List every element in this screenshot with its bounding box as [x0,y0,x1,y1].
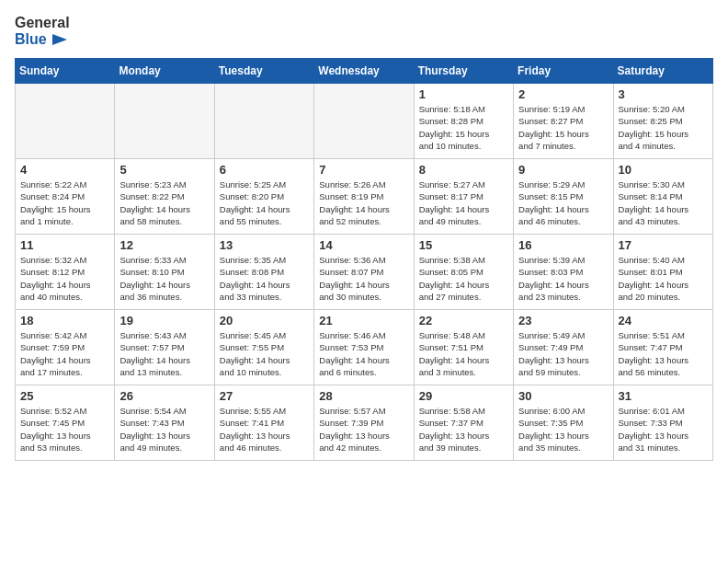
day-info: Sunrise: 5:40 AMSunset: 8:01 PMDaylight:… [619,254,708,303]
calendar-cell: 11Sunrise: 5:32 AMSunset: 8:12 PMDayligh… [16,235,115,310]
day-info: Sunrise: 5:18 AMSunset: 8:28 PMDaylight:… [419,103,508,152]
day-info: Sunrise: 5:26 AMSunset: 8:19 PMDaylight:… [319,178,408,227]
day-info: Sunrise: 5:46 AMSunset: 7:53 PMDaylight:… [319,329,408,378]
weekday-header-tuesday: Tuesday [214,59,313,84]
day-number: 29 [419,389,508,403]
day-number: 26 [119,389,209,403]
day-info: Sunrise: 5:42 AMSunset: 7:59 PMDaylight:… [20,329,109,378]
day-number: 12 [119,238,209,252]
day-number: 13 [220,238,309,252]
day-number: 24 [619,314,708,327]
day-info: Sunrise: 5:33 AMSunset: 8:10 PMDaylight:… [119,254,209,303]
day-number: 23 [518,314,608,327]
calendar-cell: 31Sunrise: 6:01 AMSunset: 7:33 PMDayligh… [613,385,712,461]
day-number: 3 [619,87,708,101]
calendar-week-row: 1Sunrise: 5:18 AMSunset: 8:28 PMDaylight… [16,84,713,159]
logo: General Blue [15,15,70,47]
calendar-table: SundayMondayTuesdayWednesdayThursdayFrid… [15,58,713,461]
calendar-cell: 10Sunrise: 5:30 AMSunset: 8:14 PMDayligh… [613,159,712,235]
calendar-week-row: 25Sunrise: 5:52 AMSunset: 7:45 PMDayligh… [16,385,713,461]
calendar-week-row: 4Sunrise: 5:22 AMSunset: 8:24 PMDaylight… [16,159,713,235]
logo-general: General [15,15,70,31]
calendar-cell: 25Sunrise: 5:52 AMSunset: 7:45 PMDayligh… [16,385,115,461]
day-info: Sunrise: 5:29 AMSunset: 8:15 PMDaylight:… [518,178,608,227]
calendar-cell: 6Sunrise: 5:25 AMSunset: 8:20 PMDaylight… [214,159,313,235]
calendar-cell: 19Sunrise: 5:43 AMSunset: 7:57 PMDayligh… [115,310,214,385]
calendar-cell: 26Sunrise: 5:54 AMSunset: 7:43 PMDayligh… [115,385,214,461]
calendar-cell: 1Sunrise: 5:18 AMSunset: 8:28 PMDaylight… [414,84,513,159]
day-number: 1 [419,87,508,101]
day-info: Sunrise: 5:35 AMSunset: 8:08 PMDaylight:… [220,254,309,303]
calendar-week-row: 18Sunrise: 5:42 AMSunset: 7:59 PMDayligh… [16,310,713,385]
calendar-cell: 7Sunrise: 5:26 AMSunset: 8:19 PMDaylight… [314,159,414,235]
weekday-header-thursday: Thursday [414,59,513,84]
calendar-cell [214,84,313,159]
logo-blue: Blue [15,31,70,48]
page-header: General Blue [15,15,713,47]
day-info: Sunrise: 5:43 AMSunset: 7:57 PMDaylight:… [119,329,209,378]
calendar-cell: 28Sunrise: 5:57 AMSunset: 7:39 PMDayligh… [314,385,414,461]
day-number: 20 [220,314,309,327]
day-number: 30 [518,389,608,403]
day-number: 9 [518,163,608,177]
day-info: Sunrise: 5:25 AMSunset: 8:20 PMDaylight:… [220,178,309,227]
calendar-cell [314,84,414,159]
day-info: Sunrise: 5:20 AMSunset: 8:25 PMDaylight:… [619,103,708,152]
calendar-week-row: 11Sunrise: 5:32 AMSunset: 8:12 PMDayligh… [16,235,713,310]
calendar-cell: 18Sunrise: 5:42 AMSunset: 7:59 PMDayligh… [16,310,115,385]
calendar-cell [16,84,115,159]
day-info: Sunrise: 6:00 AMSunset: 7:35 PMDaylight:… [518,405,608,454]
day-info: Sunrise: 5:45 AMSunset: 7:55 PMDaylight:… [220,329,309,378]
day-number: 18 [20,314,109,327]
day-number: 21 [319,314,408,327]
day-number: 5 [119,163,209,177]
day-number: 19 [119,314,209,327]
day-info: Sunrise: 5:23 AMSunset: 8:22 PMDaylight:… [119,178,209,227]
day-info: Sunrise: 5:55 AMSunset: 7:41 PMDaylight:… [220,405,309,454]
weekday-header-wednesday: Wednesday [314,59,414,84]
calendar-cell: 29Sunrise: 5:58 AMSunset: 7:37 PMDayligh… [414,385,513,461]
day-info: Sunrise: 5:48 AMSunset: 7:51 PMDaylight:… [419,329,508,378]
calendar-cell: 14Sunrise: 5:36 AMSunset: 8:07 PMDayligh… [314,235,414,310]
calendar-cell: 24Sunrise: 5:51 AMSunset: 7:47 PMDayligh… [613,310,712,385]
day-number: 16 [518,238,608,252]
weekday-header-friday: Friday [514,59,613,84]
calendar-cell: 22Sunrise: 5:48 AMSunset: 7:51 PMDayligh… [414,310,513,385]
day-info: Sunrise: 5:36 AMSunset: 8:07 PMDaylight:… [319,254,408,303]
day-info: Sunrise: 5:54 AMSunset: 7:43 PMDaylight:… [119,405,209,454]
day-number: 28 [319,389,408,403]
day-number: 8 [419,163,508,177]
calendar-cell: 2Sunrise: 5:19 AMSunset: 8:27 PMDaylight… [514,84,613,159]
calendar-cell [115,84,214,159]
svg-marker-0 [52,34,67,45]
day-info: Sunrise: 5:52 AMSunset: 7:45 PMDaylight:… [20,405,109,454]
day-number: 6 [220,163,309,177]
calendar-cell: 16Sunrise: 5:39 AMSunset: 8:03 PMDayligh… [514,235,613,310]
day-number: 14 [319,238,408,252]
logo-arrow-icon [52,34,67,45]
day-info: Sunrise: 5:38 AMSunset: 8:05 PMDaylight:… [419,254,508,303]
day-info: Sunrise: 5:30 AMSunset: 8:14 PMDaylight:… [619,178,708,227]
day-info: Sunrise: 5:51 AMSunset: 7:47 PMDaylight:… [619,329,708,378]
day-info: Sunrise: 5:32 AMSunset: 8:12 PMDaylight:… [20,254,109,303]
weekday-header-saturday: Saturday [613,59,712,84]
calendar-cell: 3Sunrise: 5:20 AMSunset: 8:25 PMDaylight… [613,84,712,159]
day-info: Sunrise: 5:27 AMSunset: 8:17 PMDaylight:… [419,178,508,227]
calendar-cell: 5Sunrise: 5:23 AMSunset: 8:22 PMDaylight… [115,159,214,235]
day-info: Sunrise: 5:22 AMSunset: 8:24 PMDaylight:… [20,178,109,227]
calendar-cell: 9Sunrise: 5:29 AMSunset: 8:15 PMDaylight… [514,159,613,235]
calendar-cell: 15Sunrise: 5:38 AMSunset: 8:05 PMDayligh… [414,235,513,310]
day-info: Sunrise: 5:49 AMSunset: 7:49 PMDaylight:… [518,329,608,378]
day-info: Sunrise: 6:01 AMSunset: 7:33 PMDaylight:… [619,405,708,454]
calendar-cell: 20Sunrise: 5:45 AMSunset: 7:55 PMDayligh… [214,310,313,385]
day-info: Sunrise: 5:58 AMSunset: 7:37 PMDaylight:… [419,405,508,454]
day-number: 4 [20,163,109,177]
calendar-cell: 23Sunrise: 5:49 AMSunset: 7:49 PMDayligh… [514,310,613,385]
day-number: 31 [619,389,708,403]
calendar-cell: 17Sunrise: 5:40 AMSunset: 8:01 PMDayligh… [613,235,712,310]
day-info: Sunrise: 5:39 AMSunset: 8:03 PMDaylight:… [518,254,608,303]
calendar-cell: 13Sunrise: 5:35 AMSunset: 8:08 PMDayligh… [214,235,313,310]
day-number: 27 [220,389,309,403]
calendar-cell: 30Sunrise: 6:00 AMSunset: 7:35 PMDayligh… [514,385,613,461]
calendar-cell: 4Sunrise: 5:22 AMSunset: 8:24 PMDaylight… [16,159,115,235]
